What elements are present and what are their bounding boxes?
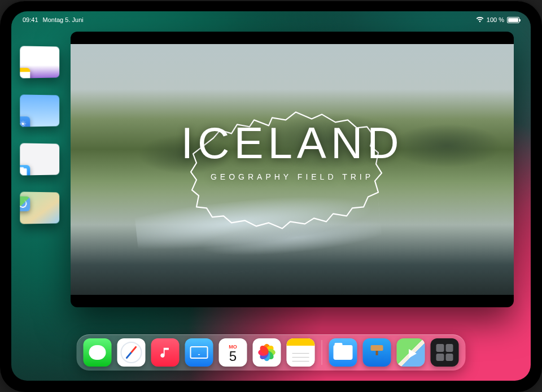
ipad-screen: 09:41 Montag 5. Juni 100 % ☀︎ (11, 11, 531, 381)
stage-item-weather[interactable]: ☀︎ (20, 94, 59, 127)
dock-notes-icon[interactable] (287, 338, 315, 367)
dock-calendar-icon[interactable]: MO 5 (219, 338, 247, 367)
calendar-day-of-month: 5 (229, 350, 237, 363)
dock-music-icon[interactable] (151, 338, 180, 367)
dock-keynote-icon[interactable] (363, 338, 391, 367)
slide-title: ICELAND (181, 117, 403, 169)
dock-maps-icon[interactable] (397, 338, 425, 367)
stage-item-notes[interactable] (20, 46, 59, 78)
dock-photos-icon[interactable] (253, 338, 281, 367)
stage-item-maps[interactable] (20, 191, 59, 224)
slide-text-block: ICELAND GEOGRAPHY FIELD TRIP (181, 117, 403, 181)
envelope-icon (190, 346, 208, 359)
weather-app-icon: ☀︎ (20, 116, 30, 127)
podium-icon (370, 345, 384, 360)
dock-separator (322, 340, 322, 365)
folder-icon (334, 345, 353, 360)
ipad-frame: 09:41 Montag 5. Juni 100 % ☀︎ (0, 0, 542, 392)
dock-safari-icon[interactable] (117, 338, 146, 367)
speech-bubble-icon (89, 345, 106, 360)
location-arrow-icon (405, 347, 417, 358)
status-date: Montag 5. Juni (43, 16, 84, 23)
dock: MO 5 (77, 334, 466, 371)
dock-messages-icon[interactable] (84, 338, 112, 367)
slide-subtitle: GEOGRAPHY FIELD TRIP (181, 172, 403, 181)
music-note-icon (159, 346, 172, 359)
stage-manager-strip: ☀︎ (20, 46, 65, 224)
battery-text: 100 % (487, 16, 504, 23)
status-time: 09:41 (23, 16, 38, 23)
stage-item-files[interactable] (20, 143, 59, 175)
notes-page-icon (287, 338, 315, 367)
battery-icon (507, 17, 519, 23)
notes-app-icon (20, 68, 30, 79)
keynote-slide: ICELAND GEOGRAPHY FIELD TRIP (71, 44, 514, 295)
compass-icon (121, 342, 142, 363)
wifi-icon (476, 17, 484, 23)
dock-files-icon[interactable] (329, 338, 357, 367)
grid-icon (436, 344, 453, 361)
files-app-icon (20, 165, 30, 176)
keynote-window[interactable]: ICELAND GEOGRAPHY FIELD TRIP (71, 32, 514, 307)
status-bar: 09:41 Montag 5. Juni 100 % (11, 15, 531, 25)
photos-flower-icon (257, 343, 277, 362)
dock-mail-icon[interactable] (185, 338, 213, 367)
maps-app-icon (20, 196, 30, 211)
dock-app-library-icon[interactable] (431, 338, 459, 367)
